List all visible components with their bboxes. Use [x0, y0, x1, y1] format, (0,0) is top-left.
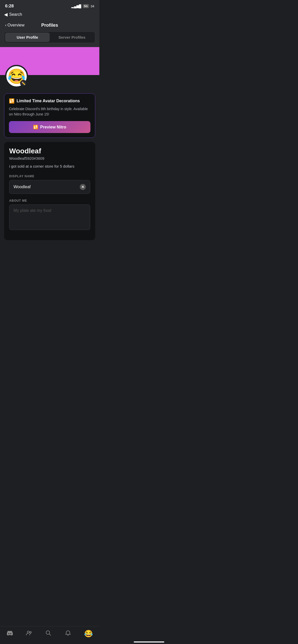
status-bar: 6:28 ▂▄▆█ 5G 34 — [0, 0, 99, 10]
nav-bar: ◀ Search — [0, 10, 99, 20]
search-back-label: Search — [9, 12, 22, 17]
status-time: 6:28 — [5, 4, 14, 9]
network-badge: 5G — [83, 4, 89, 8]
about-me-input-wrapper[interactable]: My plate ate my food — [9, 204, 90, 230]
about-me-label: ABOUT ME — [9, 199, 90, 202]
nitro-card-description: Celebrate Discord's 8th birthday in styl… — [9, 106, 90, 117]
overview-label: Overview — [7, 23, 24, 27]
overview-back-button[interactable]: ‹ Overview — [5, 23, 24, 27]
preview-nitro-button[interactable]: 🔁 Preview Nitro — [9, 121, 90, 133]
profile-banner: 😂 ✏️ — [0, 47, 99, 75]
tab-switcher: User Profile Server Profiles — [0, 32, 99, 47]
tab-user-profile[interactable]: User Profile — [5, 33, 50, 42]
profile-info-card: Woodleaf Woodleaf5920#3609 i got sold at… — [4, 142, 95, 240]
avatar-edit-badge[interactable]: ✏️ — [20, 80, 27, 86]
nitro-card-title-text: Limited Time Avatar Decorations — [17, 99, 80, 103]
preview-nitro-label: Preview Nitro — [40, 125, 66, 129]
battery-indicator: 34 — [91, 4, 94, 8]
display-name-large: Woodleaf — [9, 147, 90, 155]
tab-container: User Profile Server Profiles — [4, 32, 95, 43]
avatar[interactable]: 😂 ✏️ — [5, 65, 28, 88]
about-me-field-group: ABOUT ME My plate ate my food — [9, 199, 90, 230]
nitro-btn-icon: 🔁 — [33, 125, 38, 129]
display-name-field-group: DISPLAY NAME Woodleaf ✕ — [9, 174, 90, 194]
display-name-input[interactable]: Woodleaf — [13, 185, 31, 189]
page-title: Profiles — [41, 23, 58, 28]
clear-display-name-button[interactable]: ✕ — [80, 184, 86, 190]
nitro-promo-card: 🔁 Limited Time Avatar Decorations Celebr… — [4, 93, 95, 138]
main-content: 🔁 Limited Time Avatar Decorations Celebr… — [0, 75, 99, 265]
status-right: ▂▄▆█ 5G 34 — [71, 4, 94, 8]
display-name-label: DISPLAY NAME — [9, 174, 90, 178]
nitro-card-title: 🔁 Limited Time Avatar Decorations — [9, 98, 90, 104]
tab-server-profiles[interactable]: Server Profiles — [50, 33, 94, 42]
pencil-icon: ✏️ — [21, 81, 25, 85]
signal-icon: ▂▄▆█ — [71, 4, 81, 8]
header: ‹ Overview Profiles — [0, 20, 99, 32]
left-chevron-icon: ‹ — [5, 23, 6, 27]
nitro-icon: 🔁 — [9, 98, 15, 104]
bio-text: i got sold at a corner store for 5 dolla… — [9, 164, 90, 168]
username-tag: Woodleaf5920#3609 — [9, 156, 90, 160]
back-arrow-icon: ◀ — [4, 12, 8, 17]
avatar-container[interactable]: 😂 ✏️ — [5, 65, 28, 88]
about-me-placeholder: My plate ate my food — [13, 208, 51, 213]
search-back[interactable]: ◀ Search — [4, 12, 95, 17]
display-name-input-wrapper[interactable]: Woodleaf ✕ — [9, 180, 90, 194]
